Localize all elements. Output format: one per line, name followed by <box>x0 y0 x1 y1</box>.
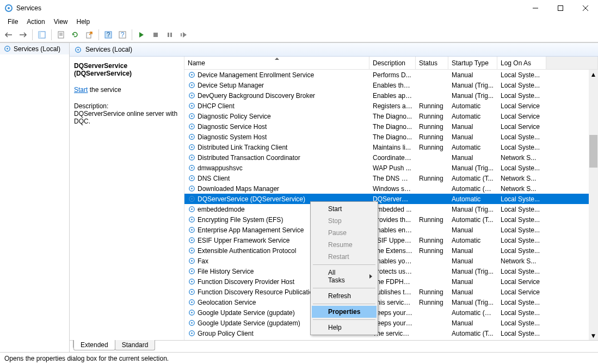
table-row[interactable]: DNS ClientThe DNS Cli...RunningAutomatic… <box>184 173 598 183</box>
column-description[interactable]: Description <box>369 57 416 69</box>
stop-service-button[interactable] <box>149 28 162 41</box>
table-row[interactable]: Diagnostic Policy ServiceThe Diagno...Ru… <box>184 111 598 121</box>
ctx-properties[interactable]: Properties <box>312 306 377 318</box>
tab-standard[interactable]: Standard <box>115 340 156 350</box>
tree-root-services-local[interactable]: Services (Local) <box>0 43 69 54</box>
table-row[interactable]: DQServerService (DQServerService)DQServe… <box>184 194 598 204</box>
ctx-restart[interactable]: Restart <box>312 251 377 263</box>
table-row[interactable]: Enterprise App Management ServiceEnables… <box>184 225 598 235</box>
table-row[interactable]: FaxEnables you...ManualNetwork S... <box>184 256 598 266</box>
menu-file[interactable]: File <box>3 17 22 27</box>
cell-logon: Local Syste... <box>497 319 546 327</box>
menu-help[interactable]: Help <box>72 17 95 27</box>
scroll-thumb[interactable] <box>589 135 597 168</box>
cell-description: Maintains li... <box>369 144 416 151</box>
ctx-pause[interactable]: Pause <box>312 227 377 239</box>
svg-point-30 <box>191 95 193 96</box>
cell-name: Diagnostic Service Host <box>184 122 369 131</box>
cell-logon: Local Syste... <box>497 71 546 79</box>
table-row[interactable]: Encrypting File System (EFS)Provides th.… <box>184 214 598 225</box>
table-row[interactable]: DHCP ClientRegisters an...RunningAutomat… <box>184 101 598 111</box>
cell-startup: Manual <box>448 71 497 79</box>
start-service-button[interactable] <box>135 28 148 41</box>
pause-service-button[interactable] <box>163 28 176 41</box>
table-row[interactable]: embeddedmodeEmbedded ...Manual (Trig...L… <box>184 204 598 214</box>
cell-logon: Local Service <box>497 113 546 120</box>
table-row[interactable]: Device Management Enrollment ServicePerf… <box>184 70 598 80</box>
table-row[interactable]: Group Policy ClientThe service ...Automa… <box>184 328 598 338</box>
table-row[interactable]: Diagnostic System HostThe Diagno...Runni… <box>184 132 598 142</box>
table-row[interactable]: Distributed Link Tracking ClientMaintain… <box>184 142 598 152</box>
restart-service-button[interactable] <box>177 28 190 41</box>
ctx-refresh[interactable]: Refresh <box>312 290 377 302</box>
properties-button[interactable] <box>54 28 67 41</box>
table-row[interactable]: DevQuery Background Discovery BrokerEnab… <box>184 90 598 101</box>
cell-description: The Diagno... <box>369 123 416 131</box>
svg-point-36 <box>191 126 193 127</box>
back-button[interactable] <box>2 28 15 41</box>
cell-description: The Diagno... <box>369 113 416 120</box>
menu-view[interactable]: View <box>50 17 72 27</box>
service-name: Encrypting File System (EFS) <box>198 216 283 224</box>
cell-description: Windows se... <box>369 185 416 193</box>
gear-icon <box>74 46 82 54</box>
table-row[interactable]: Diagnostic Service HostThe Diagno...Runn… <box>184 121 598 132</box>
tab-extended[interactable]: Extended <box>73 340 115 350</box>
table-row[interactable]: Function Discovery Provider HostThe FDPH… <box>184 276 598 287</box>
service-name: Device Setup Manager <box>198 82 264 89</box>
cell-startup: Manual <box>448 257 497 265</box>
svg-point-32 <box>191 105 193 107</box>
tree-root-label: Services (Local) <box>14 45 60 53</box>
table-row[interactable]: Downloaded Maps ManagerWindows se...Auto… <box>184 183 598 194</box>
table-row[interactable]: dmwappushsvcWAP Push ...Manual (Trig...L… <box>184 163 598 173</box>
svg-point-1 <box>8 7 10 9</box>
cell-startup: Automatic (T... <box>448 216 497 224</box>
gear-icon <box>188 226 196 234</box>
scroll-down-icon[interactable]: ▼ <box>589 331 598 340</box>
ctx-alltasks[interactable]: All Tasks <box>312 267 377 286</box>
vertical-scrollbar[interactable]: ▲ ▼ <box>589 70 598 340</box>
gear-icon <box>188 133 196 141</box>
cell-logon: Local Service <box>497 278 546 286</box>
cell-logon: Local Syste... <box>497 133 546 141</box>
help-topics-button[interactable]: ? <box>116 28 129 41</box>
cell-logon: Local Syste... <box>497 144 546 151</box>
column-startup[interactable]: Startup Type <box>448 57 497 69</box>
ctx-stop[interactable]: Stop <box>312 215 377 227</box>
column-status[interactable]: Status <box>416 57 448 69</box>
column-name[interactable]: Name <box>184 57 369 69</box>
table-row[interactable]: Geolocation ServiceThis service ...Runni… <box>184 297 598 307</box>
scroll-up-icon[interactable]: ▲ <box>589 70 598 79</box>
table-row[interactable]: Google Update Service (gupdatem)Keeps yo… <box>184 318 598 328</box>
refresh-button[interactable] <box>69 28 82 41</box>
export-button[interactable] <box>83 28 96 41</box>
svg-point-34 <box>191 115 193 117</box>
table-row[interactable]: Device Setup ManagerEnables the ...Manua… <box>184 80 598 90</box>
column-logon[interactable]: Log On As <box>497 57 546 69</box>
table-row[interactable]: ESIF Upper Framework ServiceESIF Upper .… <box>184 235 598 245</box>
menu-action[interactable]: Action <box>22 17 49 27</box>
minimize-button[interactable] <box>523 0 548 16</box>
cell-startup: Manual (Trig... <box>448 164 497 172</box>
start-service-link[interactable]: Start <box>74 86 88 94</box>
table-row[interactable]: File History ServiceProtects use...Manua… <box>184 266 598 276</box>
cell-startup: Manual (Trig... <box>448 82 497 89</box>
maximize-button[interactable] <box>548 0 573 16</box>
ctx-help[interactable]: Help <box>312 322 377 334</box>
close-button[interactable] <box>573 0 598 16</box>
table-row[interactable]: Distributed Transaction CoordinatorCoord… <box>184 152 598 163</box>
forward-button[interactable] <box>16 28 29 41</box>
service-name: Diagnostic System Host <box>198 133 267 141</box>
table-row[interactable]: Google Update Service (gupdate)Keeps you… <box>184 307 598 318</box>
help-button[interactable]: ? <box>102 28 115 41</box>
chevron-right-icon <box>369 274 372 279</box>
table-row[interactable]: Extensible Authentication ProtocolThe Ex… <box>184 245 598 256</box>
table-row[interactable]: Function Discovery Resource PublicationP… <box>184 287 598 297</box>
window-title: Services <box>16 4 523 12</box>
ctx-start[interactable]: Start <box>312 203 377 215</box>
svg-point-58 <box>191 239 193 241</box>
cell-description: The DNS Cli... <box>369 175 416 182</box>
ctx-resume[interactable]: Resume <box>312 239 377 251</box>
show-hide-tree-button[interactable] <box>35 28 48 41</box>
svg-text:?: ? <box>107 31 110 39</box>
